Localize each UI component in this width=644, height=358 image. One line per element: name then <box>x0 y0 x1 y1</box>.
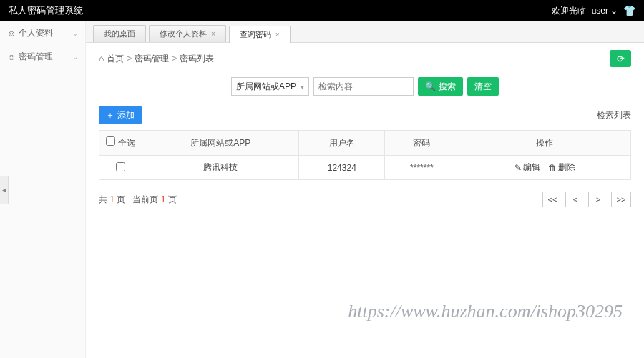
caret-down-icon: ▾ <box>301 83 304 91</box>
select-all-checkbox[interactable] <box>106 136 115 146</box>
app-title: 私人密码管理系统 <box>9 4 83 17</box>
tab-label: 修改个人资料 <box>160 29 207 39</box>
close-icon[interactable]: × <box>211 30 215 38</box>
watermark: https://www.huzhan.com/ishop30295 <box>348 301 623 322</box>
list-title: 检索列表 <box>597 109 631 121</box>
link-label: 编辑 <box>523 161 540 174</box>
username: user <box>592 6 608 16</box>
breadcrumb-seg: 密码列表 <box>180 53 214 65</box>
tab-label: 查询密码 <box>240 29 271 40</box>
table-header-row: 全选 所属网站或APP 用户名 密码 操作 <box>99 131 631 156</box>
breadcrumb-seg[interactable]: 密码管理 <box>135 53 169 65</box>
site-select[interactable]: 所属网站或APP ▾ <box>231 77 309 96</box>
password-table: 全选 所属网站或APP 用户名 密码 操作 腾讯科技 124324 ******… <box>99 130 631 180</box>
last-page-button[interactable]: >> <box>611 192 631 207</box>
sidebar-item-profile[interactable]: ☺个人资料 ⌄ <box>0 21 85 45</box>
tab-edit-profile[interactable]: 修改个人资料× <box>149 25 226 42</box>
pager: << < > >> <box>542 192 631 207</box>
search-button[interactable]: 🔍搜索 <box>418 77 463 96</box>
refresh-button[interactable]: ⟳ <box>610 50 631 67</box>
home-icon: ⌂ <box>99 54 104 64</box>
plus-icon: ＋ <box>106 109 114 121</box>
chevron-down-icon: ⌄ <box>72 29 78 37</box>
tab-query-password[interactable]: 查询密码× <box>229 26 291 43</box>
user-menu[interactable]: user ⌄ <box>592 6 618 16</box>
lock-icon: ☺ <box>7 52 16 62</box>
sidebar: ☺个人资料 ⌄ ☺密码管理 ⌄ <box>0 21 86 358</box>
cell-site: 腾讯科技 <box>142 156 299 180</box>
col-header: 用户名 <box>299 131 385 156</box>
tab-label: 我的桌面 <box>104 29 135 39</box>
tabs: 我的桌面 修改个人资料× 查询密码× <box>86 21 644 43</box>
col-header: 所属网站或APP <box>142 131 299 156</box>
prev-page-button[interactable]: < <box>565 192 585 207</box>
sidebar-item-password[interactable]: ☺密码管理 ⌄ <box>0 45 85 69</box>
trash-icon: 🗑 <box>548 163 557 173</box>
add-button[interactable]: ＋添加 <box>99 106 142 124</box>
tab-desktop[interactable]: 我的桌面 <box>93 25 146 42</box>
first-page-button[interactable]: << <box>542 192 562 207</box>
sidebar-item-label: 密码管理 <box>19 51 53 63</box>
cell-user: 124324 <box>299 156 385 180</box>
button-label: 清空 <box>474 81 492 93</box>
col-header: 全选 <box>118 138 135 148</box>
search-icon: 🔍 <box>425 81 436 91</box>
col-header: 密码 <box>385 131 459 156</box>
clear-button[interactable]: 清空 <box>467 77 499 96</box>
button-label: 搜索 <box>439 81 456 93</box>
chevron-down-icon: ⌄ <box>610 6 618 16</box>
row-checkbox[interactable] <box>116 162 125 171</box>
search-bar: 所属网站或APP ▾ 🔍搜索 清空 <box>99 77 631 96</box>
theme-icon[interactable]: 👕 <box>623 5 635 16</box>
user-icon: ☺ <box>7 29 16 39</box>
close-icon[interactable]: × <box>275 31 280 39</box>
page-info: 共 1 页 当前页 1 页 <box>99 194 177 206</box>
sidebar-item-label: 个人资料 <box>19 27 53 39</box>
sidebar-collapse-handle[interactable]: ◂ <box>0 176 9 204</box>
cell-pwd: ******* <box>385 156 459 180</box>
table-row: 腾讯科技 124324 ******* ✎编辑 🗑删除 <box>99 156 631 180</box>
chevron-down-icon: ⌄ <box>72 53 78 61</box>
next-page-button[interactable]: > <box>588 192 608 207</box>
main: 我的桌面 修改个人资料× 查询密码× ⌂ 首页 > 密码管理 > 密码列表 ⟳ … <box>86 21 644 358</box>
refresh-icon: ⟳ <box>617 54 625 64</box>
search-input[interactable] <box>313 77 414 96</box>
delete-link[interactable]: 🗑删除 <box>548 161 575 174</box>
button-label: 添加 <box>117 109 135 121</box>
select-label: 所属网站或APP <box>236 81 296 93</box>
topbar: 私人密码管理系统 欢迎光临 user ⌄ 👕 <box>0 0 644 21</box>
breadcrumb-home[interactable]: 首页 <box>107 53 124 65</box>
link-label: 删除 <box>558 161 575 174</box>
edit-link[interactable]: ✎编辑 <box>514 161 540 174</box>
pencil-icon: ✎ <box>514 163 522 173</box>
breadcrumb: ⌂ 首页 > 密码管理 > 密码列表 <box>99 53 214 65</box>
col-header: 操作 <box>459 131 630 156</box>
welcome-text: 欢迎光临 <box>552 5 586 17</box>
